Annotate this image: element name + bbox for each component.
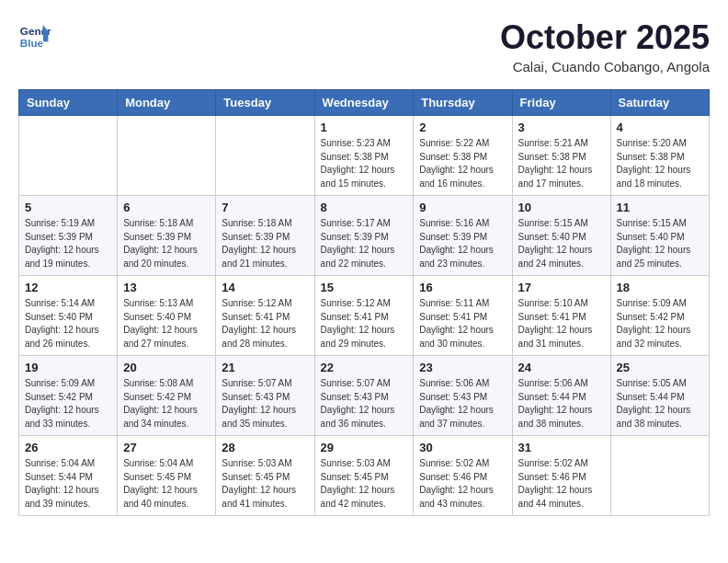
- day-number: 20: [123, 361, 210, 374]
- cell-content: Sunrise: 5:22 AMSunset: 5:38 PMDaylight:…: [419, 137, 506, 190]
- calendar-cell: 7Sunrise: 5:18 AMSunset: 5:39 PMDaylight…: [216, 196, 314, 276]
- calendar-cell: 28Sunrise: 5:03 AMSunset: 5:45 PMDayligh…: [216, 436, 314, 516]
- calendar-cell: 26Sunrise: 5:04 AMSunset: 5:44 PMDayligh…: [19, 436, 118, 516]
- calendar-cell: 14Sunrise: 5:12 AMSunset: 5:41 PMDayligh…: [216, 276, 314, 356]
- day-number: 22: [321, 361, 408, 374]
- calendar-cell: 13Sunrise: 5:13 AMSunset: 5:40 PMDayligh…: [118, 276, 216, 356]
- day-number: 30: [419, 441, 506, 454]
- calendar-cell: 2Sunrise: 5:22 AMSunset: 5:38 PMDaylight…: [414, 116, 512, 196]
- day-number: 15: [321, 281, 408, 294]
- day-number: 19: [25, 361, 111, 374]
- calendar-cell: 3Sunrise: 5:21 AMSunset: 5:38 PMDaylight…: [512, 116, 610, 196]
- cell-content: Sunrise: 5:10 AMSunset: 5:41 PMDaylight:…: [518, 297, 605, 350]
- cell-content: Sunrise: 5:18 AMSunset: 5:39 PMDaylight:…: [222, 217, 308, 270]
- calendar-cell: 15Sunrise: 5:12 AMSunset: 5:41 PMDayligh…: [314, 276, 414, 356]
- day-number: 25: [617, 361, 703, 374]
- day-number: 27: [123, 441, 210, 454]
- cell-content: Sunrise: 5:15 AMSunset: 5:40 PMDaylight:…: [518, 217, 605, 270]
- day-number: 7: [222, 201, 308, 214]
- weekday-header: Sunday: [19, 90, 118, 116]
- cell-content: Sunrise: 5:13 AMSunset: 5:40 PMDaylight:…: [123, 297, 210, 350]
- day-number: 14: [222, 281, 308, 294]
- calendar-cell: 5Sunrise: 5:19 AMSunset: 5:39 PMDaylight…: [19, 196, 118, 276]
- cell-content: Sunrise: 5:15 AMSunset: 5:40 PMDaylight:…: [617, 217, 703, 270]
- calendar-cell: 21Sunrise: 5:07 AMSunset: 5:43 PMDayligh…: [216, 356, 314, 436]
- day-number: 18: [617, 281, 703, 294]
- cell-content: Sunrise: 5:12 AMSunset: 5:41 PMDaylight:…: [222, 297, 308, 350]
- cell-content: Sunrise: 5:16 AMSunset: 5:39 PMDaylight:…: [419, 217, 506, 270]
- calendar-cell: 18Sunrise: 5:09 AMSunset: 5:42 PMDayligh…: [610, 276, 709, 356]
- cell-content: Sunrise: 5:03 AMSunset: 5:45 PMDaylight:…: [222, 457, 308, 511]
- calendar-table: SundayMondayTuesdayWednesdayThursdayFrid…: [18, 89, 710, 516]
- day-number: 23: [419, 361, 506, 374]
- day-number: 6: [123, 201, 210, 214]
- cell-content: Sunrise: 5:06 AMSunset: 5:44 PMDaylight:…: [518, 377, 605, 431]
- cell-content: Sunrise: 5:04 AMSunset: 5:45 PMDaylight:…: [123, 457, 210, 511]
- calendar-cell: 6Sunrise: 5:18 AMSunset: 5:39 PMDaylight…: [118, 196, 216, 276]
- calendar-cell: [19, 116, 118, 196]
- cell-content: Sunrise: 5:12 AMSunset: 5:41 PMDaylight:…: [321, 297, 408, 350]
- calendar-cell: 29Sunrise: 5:03 AMSunset: 5:45 PMDayligh…: [314, 436, 414, 516]
- logo-icon: General Blue: [18, 18, 51, 52]
- calendar-cell: [118, 116, 216, 196]
- title-block: October 2025 Calai, Cuando Cobango, Ango…: [500, 18, 710, 75]
- cell-content: Sunrise: 5:03 AMSunset: 5:45 PMDaylight:…: [321, 457, 408, 511]
- cell-content: Sunrise: 5:07 AMSunset: 5:43 PMDaylight:…: [222, 377, 308, 431]
- weekday-header-row: SundayMondayTuesdayWednesdayThursdayFrid…: [19, 90, 710, 116]
- page-header: General Blue October 2025 Calai, Cuando …: [18, 18, 710, 75]
- day-number: 10: [518, 201, 605, 214]
- calendar-cell: 25Sunrise: 5:05 AMSunset: 5:44 PMDayligh…: [610, 356, 709, 436]
- cell-content: Sunrise: 5:20 AMSunset: 5:38 PMDaylight:…: [617, 137, 703, 190]
- cell-content: Sunrise: 5:07 AMSunset: 5:43 PMDaylight:…: [321, 377, 408, 431]
- day-number: 9: [419, 201, 506, 214]
- calendar-cell: 17Sunrise: 5:10 AMSunset: 5:41 PMDayligh…: [512, 276, 610, 356]
- calendar-week-row: 1Sunrise: 5:23 AMSunset: 5:38 PMDaylight…: [19, 116, 710, 196]
- day-number: 8: [321, 201, 408, 214]
- calendar-cell: 30Sunrise: 5:02 AMSunset: 5:46 PMDayligh…: [414, 436, 512, 516]
- calendar-cell: 27Sunrise: 5:04 AMSunset: 5:45 PMDayligh…: [118, 436, 216, 516]
- day-number: 5: [25, 201, 111, 214]
- day-number: 26: [25, 441, 111, 454]
- calendar-cell: [610, 436, 709, 516]
- cell-content: Sunrise: 5:19 AMSunset: 5:39 PMDaylight:…: [25, 217, 111, 270]
- calendar-cell: 31Sunrise: 5:02 AMSunset: 5:46 PMDayligh…: [512, 436, 610, 516]
- calendar-cell: 9Sunrise: 5:16 AMSunset: 5:39 PMDaylight…: [414, 196, 512, 276]
- cell-content: Sunrise: 5:18 AMSunset: 5:39 PMDaylight:…: [123, 217, 210, 270]
- cell-content: Sunrise: 5:09 AMSunset: 5:42 PMDaylight:…: [617, 297, 703, 350]
- calendar-cell: 23Sunrise: 5:06 AMSunset: 5:43 PMDayligh…: [414, 356, 512, 436]
- calendar-cell: 22Sunrise: 5:07 AMSunset: 5:43 PMDayligh…: [314, 356, 414, 436]
- day-number: 16: [419, 281, 506, 294]
- cell-content: Sunrise: 5:17 AMSunset: 5:39 PMDaylight:…: [321, 217, 408, 270]
- logo: General Blue: [18, 18, 51, 52]
- day-number: 21: [222, 361, 308, 374]
- weekday-header: Saturday: [610, 90, 709, 116]
- calendar-week-row: 26Sunrise: 5:04 AMSunset: 5:44 PMDayligh…: [19, 436, 710, 516]
- cell-content: Sunrise: 5:23 AMSunset: 5:38 PMDaylight:…: [321, 137, 408, 190]
- cell-content: Sunrise: 5:06 AMSunset: 5:43 PMDaylight:…: [419, 377, 506, 431]
- day-number: 3: [518, 121, 605, 134]
- weekday-header: Wednesday: [314, 90, 414, 116]
- calendar-week-row: 12Sunrise: 5:14 AMSunset: 5:40 PMDayligh…: [19, 276, 710, 356]
- weekday-header: Monday: [118, 90, 216, 116]
- cell-content: Sunrise: 5:02 AMSunset: 5:46 PMDaylight:…: [419, 457, 506, 511]
- cell-content: Sunrise: 5:09 AMSunset: 5:42 PMDaylight:…: [25, 377, 111, 431]
- svg-text:Blue: Blue: [20, 37, 44, 49]
- cell-content: Sunrise: 5:21 AMSunset: 5:38 PMDaylight:…: [518, 137, 605, 190]
- calendar-cell: 11Sunrise: 5:15 AMSunset: 5:40 PMDayligh…: [610, 196, 709, 276]
- day-number: 24: [518, 361, 605, 374]
- location: Calai, Cuando Cobango, Angola: [500, 59, 710, 75]
- month-title: October 2025: [500, 18, 710, 57]
- calendar-week-row: 19Sunrise: 5:09 AMSunset: 5:42 PMDayligh…: [19, 356, 710, 436]
- weekday-header: Tuesday: [216, 90, 314, 116]
- day-number: 29: [321, 441, 408, 454]
- cell-content: Sunrise: 5:05 AMSunset: 5:44 PMDaylight:…: [617, 377, 703, 431]
- calendar-cell: 19Sunrise: 5:09 AMSunset: 5:42 PMDayligh…: [19, 356, 118, 436]
- day-number: 1: [321, 121, 408, 134]
- calendar-cell: 1Sunrise: 5:23 AMSunset: 5:38 PMDaylight…: [314, 116, 414, 196]
- day-number: 2: [419, 121, 506, 134]
- day-number: 28: [222, 441, 308, 454]
- day-number: 11: [617, 201, 703, 214]
- calendar-cell: 16Sunrise: 5:11 AMSunset: 5:41 PMDayligh…: [414, 276, 512, 356]
- calendar-cell: 10Sunrise: 5:15 AMSunset: 5:40 PMDayligh…: [512, 196, 610, 276]
- calendar-cell: 12Sunrise: 5:14 AMSunset: 5:40 PMDayligh…: [19, 276, 118, 356]
